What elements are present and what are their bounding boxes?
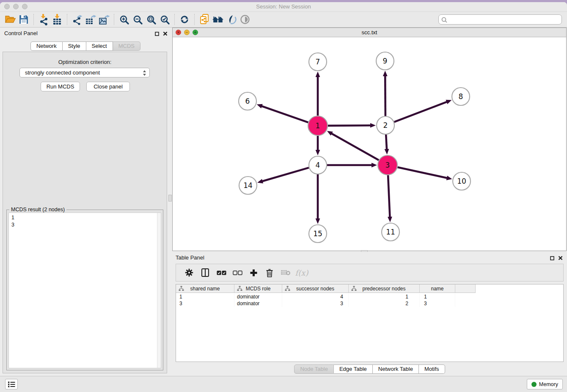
zoom-selected-icon[interactable]: [158, 13, 171, 26]
import-network-icon[interactable]: [37, 13, 50, 26]
zoom-in-icon[interactable]: [117, 13, 131, 26]
table-panel-title: Table Panel: [176, 254, 204, 261]
node-11[interactable]: 11: [382, 223, 399, 241]
criterion-select[interactable]: strongly connected component: [19, 68, 150, 77]
node-15[interactable]: 15: [309, 225, 327, 243]
tab-network[interactable]: Network: [30, 41, 63, 51]
save-icon[interactable]: [17, 13, 30, 26]
deselect-all-icon[interactable]: [229, 265, 245, 280]
edge-2-9[interactable]: [383, 71, 388, 116]
edge-4-3[interactable]: [327, 163, 377, 168]
node-2[interactable]: 2: [377, 116, 394, 134]
close-panel-icon[interactable]: [163, 30, 168, 38]
network-window-titlebar: × − + scc.txt: [173, 28, 566, 37]
tab-node-table[interactable]: Node Table: [294, 364, 334, 374]
node-10[interactable]: 10: [453, 172, 471, 190]
toolbar-separator: [67, 14, 67, 25]
memory-button[interactable]: Memory: [527, 379, 563, 389]
export-network-icon[interactable]: [70, 13, 84, 26]
edge-3-10[interactable]: [397, 167, 452, 180]
criterion-value: strongly connected component: [25, 69, 100, 76]
tab-style[interactable]: Style: [63, 41, 86, 51]
svg-text:9: 9: [383, 57, 388, 65]
run-mcds-button[interactable]: Run MCDS: [41, 82, 80, 91]
edge-2-3[interactable]: [385, 135, 389, 155]
window-title: Session: New Session: [0, 3, 567, 10]
select-all-icon[interactable]: [213, 265, 229, 280]
column-header-name[interactable]: name: [420, 284, 455, 293]
edge-4-14[interactable]: [257, 168, 309, 183]
close-table-panel-icon[interactable]: [558, 254, 563, 262]
node-4[interactable]: 4: [309, 156, 327, 174]
hide-eye-icon[interactable]: [238, 13, 252, 26]
control-panel-title: Control Panel: [4, 30, 38, 36]
search-field[interactable]: [438, 14, 562, 25]
toolbar-separator: [114, 14, 114, 25]
export-table-icon[interactable]: [84, 13, 97, 26]
function-builder-icon[interactable]: f(x): [294, 265, 310, 280]
home-gallery-icon[interactable]: [211, 13, 225, 26]
node-6[interactable]: 6: [239, 92, 256, 110]
tab-select[interactable]: Select: [86, 41, 113, 51]
toggle-panes-icon[interactable]: [197, 265, 213, 280]
svg-text:3: 3: [385, 161, 390, 169]
table-row[interactable]: 3dominator323: [176, 300, 563, 307]
edge-1-7[interactable]: [316, 72, 320, 116]
result-scrollbar[interactable]: [157, 213, 161, 368]
edge-1-2[interactable]: [328, 123, 376, 128]
column-header-successor-nodes[interactable]: successor nodes: [282, 284, 349, 293]
svg-text:2: 2: [383, 121, 388, 130]
zoom-out-icon[interactable]: [131, 13, 144, 26]
node-7[interactable]: 7: [309, 53, 327, 71]
memory-status-icon: [531, 382, 537, 387]
toolbar-separator: [174, 14, 175, 25]
settings-gear-icon[interactable]: [181, 265, 197, 280]
column-header-MCDS-role[interactable]: MCDS role: [234, 284, 282, 293]
edge-3-1[interactable]: [327, 131, 379, 160]
node-8[interactable]: 8: [452, 88, 470, 105]
svg-text:10: 10: [457, 177, 466, 185]
search-input[interactable]: [449, 15, 559, 24]
mcds-result-box: MCDS result (2 nodes) 1 3: [6, 210, 163, 370]
open-folder-icon[interactable]: [3, 13, 17, 26]
delete-column-icon[interactable]: [261, 265, 278, 280]
close-panel-button[interactable]: Close panel: [86, 82, 130, 91]
edge-1-6[interactable]: [257, 104, 308, 122]
column-header-shared-name[interactable]: shared name: [176, 284, 234, 293]
mcds-result-area[interactable]: 1 3: [8, 213, 161, 368]
task-history-button[interactable]: [5, 379, 18, 389]
tab-edge-table[interactable]: Edge Table: [334, 364, 373, 374]
edge-3-11[interactable]: [388, 175, 392, 222]
table-toolbar: f(x): [176, 264, 564, 282]
column-header-blank: [455, 284, 476, 293]
table-row[interactable]: 1dominator411: [176, 293, 563, 300]
style-brush-icon[interactable]: [225, 13, 238, 26]
tab-mcds[interactable]: MCDS: [113, 41, 140, 51]
svg-text:11: 11: [386, 228, 395, 236]
node-9[interactable]: 9: [376, 52, 394, 70]
tab-network-table[interactable]: Network Table: [373, 364, 419, 374]
delete-table-icon[interactable]: [278, 265, 294, 280]
edge-4-15[interactable]: [316, 174, 320, 224]
node-3[interactable]: 3: [378, 155, 397, 175]
panel-divider-grip[interactable]: [168, 195, 172, 202]
network-canvas[interactable]: 1234678910111415: [173, 37, 566, 251]
node-14[interactable]: 14: [239, 177, 257, 194]
svg-text:8: 8: [459, 92, 463, 101]
import-table-icon[interactable]: [50, 13, 64, 26]
network-document-icon[interactable]: [198, 13, 211, 26]
zoom-fit-icon[interactable]: [144, 13, 158, 26]
add-column-icon[interactable]: [245, 265, 261, 280]
column-header-predecessor-nodes[interactable]: predecessor nodes: [349, 284, 420, 293]
export-image-icon[interactable]: [97, 13, 111, 26]
status-bar: Memory: [0, 376, 567, 392]
control-panel: Control Panel NetworkStyleSelectMCDS Opt…: [0, 28, 171, 376]
edge-2-8[interactable]: [394, 100, 452, 122]
toolbar-separator: [194, 14, 195, 25]
edge-1-4[interactable]: [316, 136, 320, 155]
node-1[interactable]: 1: [308, 116, 328, 135]
tab-motifs[interactable]: Motifs: [419, 364, 445, 374]
refresh-layout-icon[interactable]: [178, 13, 191, 26]
float-panel-icon[interactable]: [155, 30, 159, 38]
float-table-panel-icon[interactable]: [550, 254, 554, 262]
